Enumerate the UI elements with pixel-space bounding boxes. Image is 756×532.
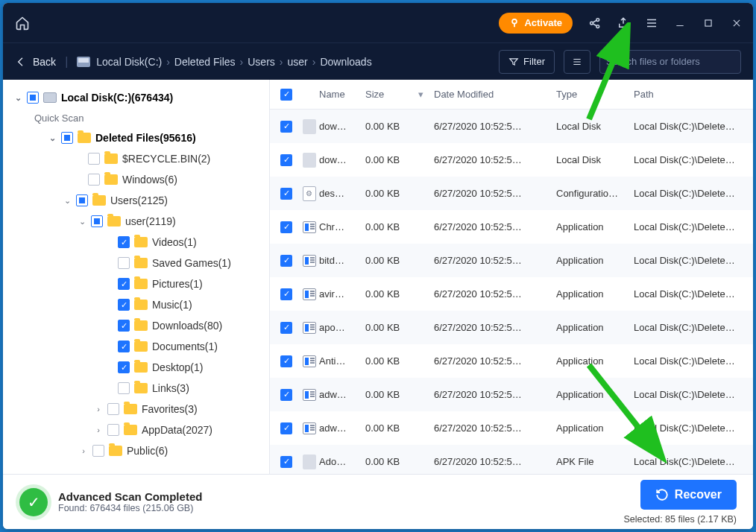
col-size[interactable]: Size▾ xyxy=(365,89,434,100)
export-icon[interactable] xyxy=(616,16,631,31)
tree-item[interactable]: $RECYCLE.BIN(2) xyxy=(13,148,265,169)
table-row[interactable]: ✓Chr…0.00 KB6/27/2020 10:52:5…Applicatio… xyxy=(270,210,753,244)
close-icon[interactable] xyxy=(729,16,744,31)
tree-item[interactable]: ✓Music(1) xyxy=(13,294,265,315)
chevron-icon[interactable]: ⌄ xyxy=(78,217,86,227)
checkbox-icon[interactable] xyxy=(118,257,130,269)
tree-root[interactable]: ⌄ Local Disk(C:)(676434) xyxy=(13,87,265,108)
row-checkbox[interactable]: ✓ xyxy=(280,221,292,233)
tree-item[interactable]: ⌄user(2119) xyxy=(13,211,265,232)
cell-path: Local Disk(C:)\Delete… xyxy=(634,188,743,199)
checkbox-icon[interactable] xyxy=(27,92,39,104)
table-row[interactable]: ✓Anti…0.00 KB6/27/2020 10:52:5…Applicati… xyxy=(270,344,753,378)
tree-item[interactable]: ✓Downloads(80) xyxy=(13,315,265,336)
filter-button[interactable]: Filter xyxy=(499,50,555,74)
table-row[interactable]: ✓Ado…0.00 KB6/27/2020 10:52:5…APK FileLo… xyxy=(270,445,753,474)
tree-item[interactable]: ✓Documents(1) xyxy=(13,336,265,357)
cell-path: Local Disk(C:)\Delete… xyxy=(634,255,743,266)
chevron-icon[interactable]: › xyxy=(79,446,88,455)
row-checkbox[interactable]: ✓ xyxy=(280,121,292,133)
checkbox-icon[interactable] xyxy=(76,194,88,206)
table-row[interactable]: ✓avir…0.00 KB6/27/2020 10:52:5…Applicati… xyxy=(270,277,753,311)
chevron-icon[interactable]: › xyxy=(94,425,103,434)
search-box[interactable] xyxy=(599,50,741,74)
checkbox-icon[interactable]: ✓ xyxy=(118,278,130,290)
row-checkbox[interactable]: ✓ xyxy=(280,188,292,200)
tree-item[interactable]: ›Public(6) xyxy=(13,440,265,461)
chevron-icon[interactable]: › xyxy=(94,405,103,414)
home-icon[interactable] xyxy=(12,13,33,34)
col-name[interactable]: Name xyxy=(319,89,365,100)
checkbox-icon[interactable]: ✓ xyxy=(118,299,130,311)
checkbox-icon[interactable] xyxy=(118,382,130,394)
table-row[interactable]: ✓dow…0.00 KB6/27/2020 10:52:5…Local Disk… xyxy=(270,110,753,143)
tree-item[interactable]: ✓Desktop(1) xyxy=(13,357,265,378)
tree-item[interactable]: Saved Games(1) xyxy=(13,253,265,273)
checkbox-icon[interactable] xyxy=(91,215,103,227)
checkbox-icon[interactable] xyxy=(88,174,100,186)
table-row[interactable]: ✓bitd…0.00 KB6/27/2020 10:52:5…Applicati… xyxy=(270,244,753,277)
col-type[interactable]: Type xyxy=(556,89,634,100)
checkbox-icon[interactable]: ✓ xyxy=(118,320,130,332)
col-date[interactable]: Date Modified xyxy=(434,89,556,100)
search-input[interactable] xyxy=(606,56,731,67)
file-type-icon xyxy=(303,255,316,267)
crumb-3[interactable]: user xyxy=(287,56,307,68)
crumb-2[interactable]: Users xyxy=(248,56,275,68)
menu-icon[interactable] xyxy=(644,16,659,31)
share-icon[interactable] xyxy=(588,16,602,31)
row-checkbox[interactable]: ✓ xyxy=(280,355,292,367)
tree-item-label: AppData(2027) xyxy=(142,424,212,436)
checkbox-icon[interactable]: ✓ xyxy=(118,236,130,248)
crumb-0[interactable]: Local Disk(C:) xyxy=(96,56,162,68)
row-checkbox[interactable]: ✓ xyxy=(280,322,292,334)
breadcrumb[interactable]: Local Disk(C:)› Deleted Files› Users› us… xyxy=(77,55,371,69)
recover-button[interactable]: Recover xyxy=(640,480,737,510)
table-row[interactable]: ✓des…0.00 KB6/27/2020 10:52:5…Configurat… xyxy=(270,177,753,210)
checkbox-icon[interactable] xyxy=(88,153,100,165)
maximize-icon[interactable] xyxy=(701,16,716,31)
folder-tree[interactable]: ⌄ Local Disk(C:)(676434) Quick Scan ⌄Del… xyxy=(3,80,270,474)
tree-item[interactable]: ›Favorites(3) xyxy=(13,399,265,419)
tree-item[interactable]: ✓Videos(1) xyxy=(13,232,265,253)
file-type-icon xyxy=(303,288,316,300)
table-row[interactable]: ✓dow…0.00 KB6/27/2020 10:52:5…Local Disk… xyxy=(270,143,753,177)
tree-item[interactable]: ⌄Deleted Files(95616) xyxy=(13,127,265,148)
cell-name: Anti… xyxy=(319,355,365,367)
checkbox-icon[interactable]: ✓ xyxy=(118,361,130,373)
back-button[interactable]: Back xyxy=(15,56,56,68)
checkbox-icon[interactable]: ✓ xyxy=(118,341,130,352)
checkbox-icon[interactable] xyxy=(107,424,119,436)
cell-type: Local Disk xyxy=(556,154,634,165)
cell-name: dow… xyxy=(319,121,365,132)
select-all-checkbox[interactable]: ✓ xyxy=(280,89,292,101)
checkbox-icon[interactable] xyxy=(107,403,119,415)
row-checkbox[interactable]: ✓ xyxy=(280,389,292,401)
minimize-icon[interactable] xyxy=(672,16,687,31)
row-checkbox[interactable]: ✓ xyxy=(280,422,292,434)
table-row[interactable]: ✓adw…0.00 KB6/27/2020 10:52:5…Applicatio… xyxy=(270,378,753,411)
activate-button[interactable]: Activate xyxy=(499,13,573,34)
crumb-4[interactable]: Downloads xyxy=(320,56,371,68)
crumb-1[interactable]: Deleted Files xyxy=(174,56,236,68)
chevron-icon[interactable]: ⌄ xyxy=(48,133,57,143)
folder-icon xyxy=(134,300,148,310)
row-checkbox[interactable]: ✓ xyxy=(280,288,292,300)
tree-item[interactable]: ›AppData(2027) xyxy=(13,419,265,440)
checkbox-icon[interactable] xyxy=(92,445,104,457)
row-checkbox[interactable]: ✓ xyxy=(280,255,292,267)
view-list-button[interactable] xyxy=(564,50,590,74)
tree-item[interactable]: ✓Pictures(1) xyxy=(13,273,265,294)
tree-item[interactable]: ⌄Users(2125) xyxy=(13,190,265,211)
folder-icon xyxy=(134,341,148,352)
row-checkbox[interactable]: ✓ xyxy=(280,154,292,166)
table-row[interactable]: ✓adw…0.00 KB6/27/2020 10:52:5…Applicatio… xyxy=(270,411,753,445)
checkbox-icon[interactable] xyxy=(61,132,73,144)
col-path[interactable]: Path xyxy=(634,89,743,100)
row-checkbox[interactable]: ✓ xyxy=(280,456,292,468)
chevron-icon[interactable]: ⌄ xyxy=(63,196,72,206)
tree-item[interactable]: Windows(6) xyxy=(13,169,265,190)
tree-item[interactable]: Links(3) xyxy=(13,378,265,399)
file-type-icon xyxy=(303,322,316,334)
table-row[interactable]: ✓apo…0.00 KB6/27/2020 10:52:5…Applicatio… xyxy=(270,311,753,344)
